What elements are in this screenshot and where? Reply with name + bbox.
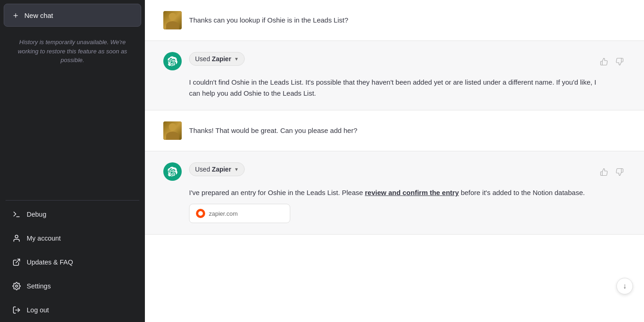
thumbs-up-button-2[interactable] [598,166,610,180]
sidebar-item-label: My account [27,235,61,242]
sidebar-item-label: Log out [27,306,49,314]
sidebar: ＋ New chat History is temporarily unavai… [0,0,145,322]
thumbs-up-button[interactable] [598,56,610,69]
thumbs-down-button[interactable] [614,56,626,69]
zapier-tool-pill[interactable]: Used Zapier ▾ [189,52,245,66]
tool-used-label: Used Zapier [195,55,231,63]
sidebar-divider [6,200,139,201]
user-avatar [163,121,182,140]
assistant-top-row-2: Used Zapier ▾ I've prepared an entry for… [163,162,626,223]
sidebar-item-label: Settings [27,282,51,290]
sidebar-item-my-account[interactable]: My account [3,227,142,249]
sidebar-item-settings[interactable]: Settings [3,275,142,297]
user-message-text: Thanks! That would be great. Can you ple… [189,121,357,136]
plus-icon: ＋ [12,10,20,21]
thumbs-down-button-2[interactable] [614,166,626,180]
sidebar-item-updates-faq[interactable]: Updates & FAQ [3,251,142,273]
external-link-icon [12,258,21,267]
user-message-1: Thanks can you lookup if Oshie is in the… [145,0,644,41]
openai-logo [163,52,182,70]
svg-point-5 [198,211,203,216]
user-message-2: Thanks! That would be great. Can you ple… [145,110,644,151]
svg-point-1 [15,235,18,238]
assistant-message-2: Used Zapier ▾ I've prepared an entry for… [145,151,644,235]
terminal-icon [12,210,21,219]
openai-logo-2 [163,162,182,181]
zapier-favicon [196,209,205,218]
zapier-tool-pill-2[interactable]: Used Zapier ▾ [189,162,245,176]
person-icon [12,234,21,243]
svg-point-3 [16,285,18,288]
gear-icon [12,282,21,291]
assistant-top-row: Used Zapier ▾ I couldn't find Oshie in t… [163,52,626,99]
history-notice: History is temporarily unavailable. We'r… [0,30,145,72]
new-chat-button[interactable]: ＋ New chat [4,4,141,27]
chevron-down-icon-2: ▾ [235,166,238,172]
sidebar-item-label: Debug [27,211,46,218]
sidebar-item-log-out[interactable]: Log out [3,299,142,321]
new-chat-label: New chat [24,12,53,19]
chevron-down-icon: ▾ [235,56,238,62]
user-message-text: Thanks can you lookup if Oshie is in the… [189,11,348,26]
user-avatar [163,11,182,29]
sidebar-item-debug[interactable]: Debug [3,203,142,225]
vote-buttons [598,52,626,69]
logout-icon [12,305,21,315]
chat-area[interactable]: Thanks can you lookup if Oshie is in the… [145,0,644,322]
assistant-main-content-2: Used Zapier ▾ I've prepared an entry for… [189,162,598,223]
svg-line-2 [16,259,20,263]
assistant-message-1: Used Zapier ▾ I couldn't find Oshie in t… [145,41,644,110]
review-confirm-link[interactable]: review and confirm the entry [365,189,459,196]
sidebar-item-label: Updates & FAQ [27,259,73,266]
vote-buttons-2 [598,162,626,180]
zapier-domain: zapier.com [209,210,238,217]
assistant-main-content: Used Zapier ▾ I couldn't find Oshie in t… [189,52,598,99]
scroll-down-button[interactable]: ↓ [616,278,633,294]
tool-used-label-2: Used Zapier [195,166,231,173]
zapier-link-card[interactable]: zapier.com [189,204,290,223]
assistant-message-text: I couldn't find Oshie in the Leads List.… [189,73,598,99]
assistant-message-text-2: I've prepared an entry for Oshie in the … [189,184,598,198]
